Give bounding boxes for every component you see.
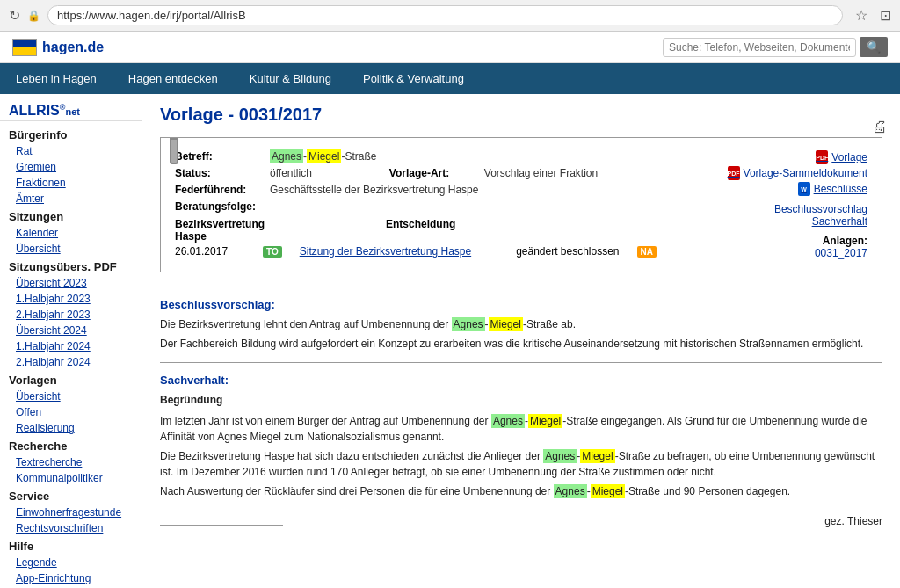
betreff-label: Betreff:: [175, 150, 263, 163]
doc-left: Betreff: Agnes-Miegel-Straße Status: öff…: [175, 150, 657, 259]
sidebar-item-uebersicht[interactable]: Übersicht: [0, 241, 142, 257]
sidebar-item-vorlagen-uebersicht[interactable]: Übersicht: [0, 388, 142, 404]
sidebar-section-vorlagen: Vorlagen: [0, 370, 142, 388]
sidebar-item-uebersicht2024[interactable]: Übersicht 2024: [0, 323, 142, 338]
sidebar-item-fraktionen[interactable]: Fraktionen: [0, 175, 142, 191]
beschlussvorschlag-link[interactable]: Beschlussvorschlag: [674, 203, 867, 215]
sidebar-item-aemter[interactable]: Ämter: [0, 191, 142, 207]
sachverhalt-para1: Im letzten Jahr ist von einem Bürger der…: [160, 413, 882, 445]
sidebar-item-offen[interactable]: Offen: [0, 404, 142, 420]
vorlage-sammeldokument-link[interactable]: PDF Vorlage-Sammeldokument: [674, 166, 867, 180]
sidebar-section-sitzungen: Sitzungen: [0, 207, 142, 225]
sidebar-item-2hj2024[interactable]: 2.Halbjahr 2024: [0, 354, 142, 370]
signature-line: [160, 525, 283, 529]
sidebar-brand: ALLRIS®net: [0, 98, 142, 121]
status-row: Status: öffentlich Vorlage-Art: Vorschla…: [175, 167, 657, 179]
document-clip: [170, 138, 178, 164]
signature-text: gez. Thieser: [824, 513, 882, 529]
sammeldokument-link-text[interactable]: Vorlage-Sammeldokument: [744, 167, 867, 179]
beratung-header-org: Bezirksvertretung Haspe: [175, 218, 245, 243]
sidebar-item-appeinrichtung[interactable]: App-Einrichtung: [0, 570, 142, 586]
sidebar-section-recherche: Recherche: [0, 436, 142, 454]
browser-chrome: ↻ 🔒 https://www.hagen.de/irj/portal/Allr…: [0, 0, 900, 32]
anlagen-value[interactable]: 0031_2017: [674, 247, 867, 259]
sidebar-item-2hj2023[interactable]: 2.Halbjahr 2023: [0, 307, 142, 323]
federfuehrend-label: Federführend:: [175, 184, 263, 196]
beratung-header: Bezirksvertretung Haspe Entscheidung: [175, 218, 657, 243]
sidebar-item-einwohnerfragestunde[interactable]: Einwohnerfragestunde: [0, 505, 142, 520]
main-layout: ALLRIS®net Bürgerinfo Rat Gremien Frakti…: [0, 94, 900, 588]
lock-icon: 🔒: [27, 10, 40, 22]
vorlage-art-value: Vorschlag einer Fraktion: [484, 167, 598, 179]
global-search-button[interactable]: 🔍: [860, 37, 888, 57]
sidebar-item-1hj2024[interactable]: 1.Halbjahr 2024: [0, 338, 142, 354]
extension-icon[interactable]: ⊡: [880, 7, 891, 24]
sidebar-item-textrecherche[interactable]: Textrecherche: [0, 454, 142, 470]
logo-area: hagen.de: [12, 39, 104, 56]
sidebar-section-service: Service: [0, 486, 142, 505]
beratung-org-name[interactable]: Sitzung der Bezirksvertretung Haspe: [300, 245, 498, 258]
nav-entdecken[interactable]: Hagen entdecken: [112, 63, 234, 94]
beratung-status: geändert beschlossen: [516, 245, 619, 258]
divider-2: [160, 362, 882, 363]
sidebar-item-kommunalpolitiker[interactable]: Kommunalpolitiker: [0, 470, 142, 486]
sidebar-item-1hj2023[interactable]: 1.Halbjahr 2023: [0, 291, 142, 307]
brand-name: ALLRIS®net: [9, 103, 80, 118]
status-value: öffentlich: [270, 167, 312, 179]
pdf-icon-2: PDF: [728, 166, 740, 180]
badge-na: NA: [637, 246, 657, 258]
nav-leben[interactable]: Leben in Hagen: [0, 63, 112, 94]
bv-text1-pre: Die Bezirksvertretung lehnt den Antrag a…: [160, 318, 452, 330]
beratung-table: Bezirksvertretung Haspe Entscheidung 26.…: [175, 218, 657, 258]
divider-1: [160, 287, 882, 287]
sidebar-item-kalender[interactable]: Kalender: [0, 225, 142, 241]
betreff-highlight-agnes: Agnes: [270, 149, 303, 163]
doc-right: PDF Vorlage PDF Vorlage-Sammeldokument W…: [674, 150, 867, 259]
betreff-suffix: -Straße: [341, 150, 376, 163]
beschlussvorschlag-text2: Der Fachbereich Bildung wird aufgeforder…: [160, 336, 882, 352]
reload-icon[interactable]: ↻: [9, 7, 20, 24]
sidebar-item-rechtsvorschriften[interactable]: Rechtsvorschriften: [0, 520, 142, 536]
sv-p3-h1: Agnes: [554, 484, 587, 498]
url-bar[interactable]: https://www.hagen.de/irj/portal/AllrisB: [47, 5, 843, 25]
beratung-date: 26.01.2017: [175, 245, 245, 258]
sidebar-item-uebersicht2023[interactable]: Übersicht 2023: [0, 275, 142, 291]
search-area: 🔍: [663, 37, 888, 57]
federfuehrend-value: Geschäftsstelle der Bezirksvertretung Ha…: [270, 184, 478, 196]
beschluesse-link[interactable]: W Beschlüsse: [674, 182, 867, 196]
sidebar-item-gremien[interactable]: Gremien: [0, 159, 142, 175]
sidebar-item-legende[interactable]: Legende: [0, 555, 142, 570]
doc-grid: Betreff: Agnes-Miegel-Straße Status: öff…: [175, 150, 867, 259]
sidebar-section-hilfe: Hilfe: [0, 536, 142, 555]
sidebar-section-sitzungsueberspdf: Sitzungsübers. PDF: [0, 257, 142, 275]
site-logo[interactable]: hagen.de: [42, 40, 104, 55]
sachverhalt-para3: Nach Auswertung der Rückläufer sind drei…: [160, 483, 882, 499]
bv-h2: Miegel: [489, 317, 523, 331]
sidebar-item-rat[interactable]: Rat: [0, 143, 142, 159]
sv-p2-h1: Agnes: [543, 449, 577, 463]
betreff-highlight-miegel: Miegel: [307, 149, 341, 163]
beschlussvorschlag-text1: Die Bezirksvertretung lehnt den Antrag a…: [160, 316, 882, 332]
sv-p3-pre: Nach Auswertung der Rückläufer sind drei…: [160, 485, 554, 497]
sachverhalt-link[interactable]: Sachverhalt: [674, 215, 867, 228]
status-label: Status:: [175, 167, 263, 179]
bookmark-icon[interactable]: ☆: [855, 7, 867, 24]
beschluesse-link-text[interactable]: Beschlüsse: [814, 183, 867, 195]
top-bar: hagen.de 🔍: [0, 32, 900, 63]
print-icon[interactable]: 🖨: [872, 118, 888, 136]
bv-mid: -: [485, 318, 489, 330]
sachverhalt-subtitle: Begründung: [160, 392, 882, 408]
page-title: Vorlage - 0031/2017: [160, 105, 882, 125]
sidebar: ALLRIS®net Bürgerinfo Rat Gremien Frakti…: [0, 94, 142, 588]
beratung-data-row: 26.01.2017 TO Sitzung der Bezirksvertret…: [175, 245, 657, 258]
vorlage-link-text[interactable]: Vorlage: [831, 151, 867, 163]
pdf-icon-1: PDF: [816, 150, 828, 164]
vorlage-link[interactable]: PDF Vorlage: [674, 150, 867, 164]
sidebar-item-realisierung[interactable]: Realisierung: [0, 420, 142, 436]
nav-kultur[interactable]: Kultur & Bildung: [234, 63, 347, 94]
global-search-input[interactable]: [663, 38, 856, 57]
sv-p3-h2: Miegel: [591, 484, 625, 498]
beratung-header-entscheidung: Entscheidung: [386, 218, 491, 243]
nav-politik[interactable]: Politik & Verwaltung: [347, 63, 480, 94]
beratungsfolge-row: Beratungsfolge:: [175, 200, 657, 213]
